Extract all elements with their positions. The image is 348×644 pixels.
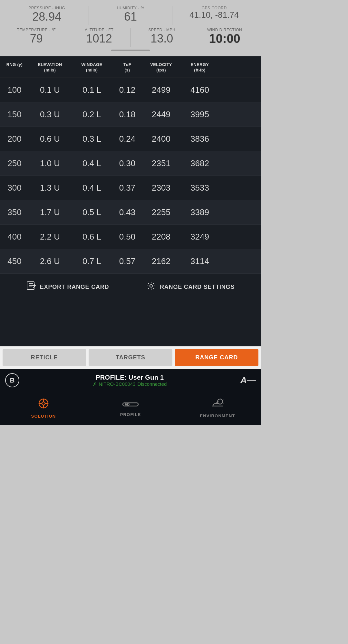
gps-value: 41.10, -81.74 (189, 10, 239, 20)
cell-velocity: 2400 (142, 127, 180, 151)
range-card-table: RNG (y) ELEVATION(mils) WINDAGE(mils) To… (0, 56, 261, 346)
speed-value: 13.0 (150, 32, 173, 45)
cell-energy: 4160 (180, 78, 219, 102)
cell-energy: 3249 (180, 225, 219, 249)
wind-direction-section: WIND DIRECTION 10:00 (193, 28, 256, 46)
cell-elevation: 0.3 U (29, 102, 71, 127)
nav-solution[interactable]: SOLUTION (0, 397, 87, 419)
cell-elevation: 1.7 U (29, 200, 71, 224)
cell-rng: 350 (0, 200, 29, 224)
cell-velocity: 2499 (142, 78, 180, 102)
cell-tof: 0.12 (113, 78, 142, 102)
settings-icon (146, 281, 156, 293)
cell-energy: 3995 (180, 102, 219, 127)
table-row: 300 1.3 U 0.4 L 0.37 2303 3533 (0, 176, 261, 200)
tab-targets[interactable]: TARGETS (89, 349, 172, 366)
cell-tof: 0.57 (113, 249, 142, 273)
bottom-nav: SOLUTION PROFILE ENVIRONMENT (0, 392, 261, 425)
cell-elevation: 1.3 U (29, 176, 71, 200)
svg-point-11 (218, 399, 223, 404)
environment-label: ENVIRONMENT (200, 413, 235, 418)
cell-rng: 400 (0, 225, 29, 249)
cell-tof: 0.43 (113, 200, 142, 224)
svg-point-3 (42, 402, 45, 405)
cell-windage: 0.6 L (71, 225, 113, 249)
cell-elevation: 0.6 U (29, 127, 71, 151)
cell-energy: 3682 (180, 151, 219, 175)
cell-energy: 3114 (180, 249, 219, 273)
pressure-label: PRESSURE - INHG (28, 6, 65, 10)
export-icon (26, 281, 36, 293)
cell-tof: 0.30 (113, 151, 142, 175)
header-energy: ENERGY(ft-lb) (180, 56, 219, 78)
cell-windage: 0.4 L (71, 176, 113, 200)
cell-rng: 200 (0, 127, 29, 151)
weather-bar: PRESSURE - INHG 28.94 HUMIDITY - % 61 GP… (0, 0, 261, 56)
solution-label: SOLUTION (31, 414, 56, 419)
cell-tof: 0.50 (113, 225, 142, 249)
gps-label: GPS COORD (202, 6, 227, 10)
temperature-value: 79 (30, 32, 43, 45)
export-range-card-button[interactable]: EXPORT RANGE CARD (26, 281, 109, 293)
profile-info: PROFILE: User Gun 1 ✗ NITRO-BC00043 Disc… (23, 374, 237, 387)
tab-range-card[interactable]: RANGE CARD (175, 349, 258, 366)
cell-elevation: 0.1 U (29, 78, 71, 102)
cell-velocity: 2303 (142, 176, 180, 200)
cell-windage: 0.2 L (71, 102, 113, 127)
profile-icon (122, 399, 139, 410)
cell-rng: 450 (0, 249, 29, 273)
table-row: 450 2.6 U 0.7 L 0.57 2162 3114 (0, 249, 261, 274)
cell-tof: 0.24 (113, 127, 142, 151)
environment-icon (211, 398, 224, 412)
table-row: 400 2.2 U 0.6 L 0.50 2208 3249 (0, 225, 261, 249)
cell-velocity: 2449 (142, 102, 180, 127)
table-row: 250 1.0 U 0.4 L 0.30 2351 3682 (0, 151, 261, 176)
solution-icon (37, 397, 50, 412)
header-velocity: VELOCITY(fps) (142, 56, 180, 78)
scroll-indicator (5, 47, 256, 53)
table-body: 100 0.1 U 0.1 L 0.12 2499 4160 150 0.3 U… (0, 78, 261, 274)
cell-windage: 0.7 L (71, 249, 113, 273)
humidity-label: HUMIDITY - % (117, 6, 144, 10)
range-card-settings-button[interactable]: RANGE CARD SETTINGS (146, 281, 235, 293)
speed-section: SPEED - MPH 13.0 (131, 28, 193, 45)
cell-energy: 3389 (180, 200, 219, 224)
table-row: 200 0.6 U 0.3 L 0.24 2400 3836 (0, 127, 261, 151)
device-name: NITRO-BC00043 (99, 381, 135, 387)
wind-direction-value: 10:00 (209, 32, 240, 46)
pressure-section: PRESSURE - INHG 28.94 (5, 6, 89, 23)
cell-velocity: 2351 (142, 151, 180, 175)
cell-rng: 250 (0, 151, 29, 175)
nav-profile[interactable]: PROFILE (87, 399, 174, 417)
bluetooth-icon: ✗ (93, 382, 97, 387)
table-row: 100 0.1 U 0.1 L 0.12 2499 4160 (0, 78, 261, 102)
settings-label: RANGE CARD SETTINGS (160, 284, 235, 290)
temperature-section: TEMPERATURE - °F 79 (5, 28, 68, 45)
cell-energy: 3533 (180, 176, 219, 200)
altitude-value: 1012 (86, 32, 112, 45)
svg-line-14 (223, 403, 223, 403)
humidity-value: 61 (124, 10, 137, 23)
export-label: EXPORT RANGE CARD (40, 284, 109, 290)
svg-line-13 (223, 400, 223, 400)
table-row: 350 1.7 U 0.5 L 0.43 2255 3389 (0, 200, 261, 225)
cell-elevation: 2.2 U (29, 225, 71, 249)
pressure-value: 28.94 (32, 10, 61, 23)
table-row: 150 0.3 U 0.2 L 0.18 2449 3995 (0, 102, 261, 127)
humidity-section: HUMIDITY - % 61 (89, 6, 172, 23)
nav-environment[interactable]: ENVIRONMENT (174, 398, 261, 418)
scroll-indicator-bar (111, 50, 150, 51)
altitude-label: ALTITUDE - FT (85, 28, 113, 32)
cell-elevation: 1.0 U (29, 151, 71, 175)
svg-point-10 (126, 403, 128, 406)
profile-status: ✗ NITRO-BC00043 Disconnected (93, 381, 167, 387)
header-tof: ToF(s) (113, 56, 142, 78)
profile-bar: B PROFILE: User Gun 1 ✗ NITRO-BC00043 Di… (0, 369, 261, 392)
profile-name: PROFILE: User Gun 1 (96, 374, 164, 381)
badge-letter: B (10, 377, 15, 384)
cell-tof: 0.18 (113, 102, 142, 127)
tab-reticle[interactable]: RETICLE (3, 349, 86, 366)
cell-energy: 3836 (180, 127, 219, 151)
cell-velocity: 2255 (142, 200, 180, 224)
temperature-label: TEMPERATURE - °F (17, 28, 56, 32)
